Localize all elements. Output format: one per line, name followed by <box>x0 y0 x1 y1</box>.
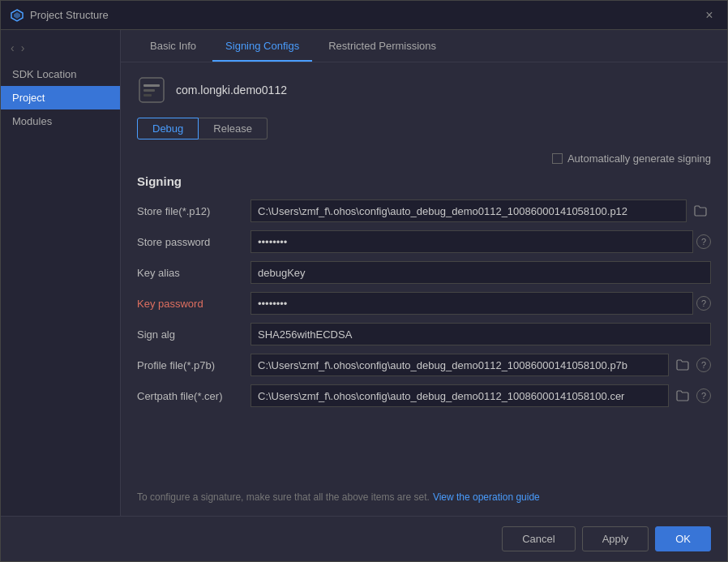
svg-rect-3 <box>143 84 160 87</box>
svg-rect-5 <box>143 94 152 97</box>
form-row-certpath-file: Certpath file(*.cer) ? <box>137 384 711 407</box>
certpath-file-folder-button[interactable] <box>672 385 693 406</box>
input-wrap-key-alias <box>251 261 711 284</box>
svg-rect-4 <box>143 89 155 92</box>
app-icon <box>11 9 24 22</box>
content-area: ‹ › SDK Location Project Modules Basic I… <box>1 30 727 516</box>
signing-configs-panel: com.longki.demo0112 Debug Release Automa <box>121 62 727 516</box>
sidebar-item-modules[interactable]: Modules <box>1 109 120 133</box>
main-tabs: Basic Info Signing Configs Restricted Pe… <box>121 30 727 62</box>
footer-note: To configure a signature, make sure that… <box>137 478 711 503</box>
label-profile-file: Profile file(*.p7b) <box>137 359 251 371</box>
project-structure-dialog: Project Structure × ‹ › SDK Location Pro… <box>0 0 728 562</box>
input-wrap-certpath-file: ? <box>251 384 711 407</box>
operation-guide-link[interactable]: View the operation guide <box>433 491 540 503</box>
certpath-file-help-icon[interactable]: ? <box>696 388 711 403</box>
certpath-file-input[interactable] <box>251 384 669 407</box>
auto-sign-checkbox[interactable] <box>552 153 563 164</box>
sub-tabs: Debug Release <box>137 118 711 139</box>
sidebar-nav: ‹ › <box>1 36 120 59</box>
auto-sign-row: Automatically generate signing <box>137 152 711 165</box>
label-key-password: Key password <box>137 298 251 310</box>
tab-restricted-permissions[interactable]: Restricted Permissions <box>315 30 449 62</box>
apply-button[interactable]: Apply <box>582 526 649 551</box>
form-row-profile-file: Profile file(*.p7b) ? <box>137 354 711 376</box>
label-sign-alg: Sign alg <box>137 328 251 341</box>
store-password-input[interactable] <box>251 230 693 253</box>
sub-tab-debug[interactable]: Debug <box>137 118 199 139</box>
input-wrap-store-password: ? <box>251 230 711 253</box>
tab-signing-configs[interactable]: Signing Configs <box>212 30 312 62</box>
label-key-alias: Key alias <box>137 267 251 279</box>
profile-file-folder-button[interactable] <box>672 354 693 375</box>
svg-marker-1 <box>14 12 20 19</box>
input-wrap-sign-alg <box>251 323 711 345</box>
auto-sign-checkbox-label[interactable]: Automatically generate signing <box>552 152 711 165</box>
main-panel: Basic Info Signing Configs Restricted Pe… <box>121 30 727 516</box>
key-password-help-icon[interactable]: ? <box>696 296 711 311</box>
sub-tab-release[interactable]: Release <box>199 118 268 139</box>
form-row-sign-alg: Sign alg <box>137 323 711 345</box>
form-row-key-alias: Key alias <box>137 261 711 284</box>
label-store-file: Store file(*.p12) <box>137 205 251 217</box>
form-row-key-password: Key password ? <box>137 292 711 315</box>
sidebar-item-project[interactable]: Project <box>1 86 120 109</box>
nav-back-button[interactable]: ‹ <box>7 40 18 56</box>
label-store-password: Store password <box>137 236 251 248</box>
profile-file-help-icon[interactable]: ? <box>696 358 711 372</box>
profile-file-input[interactable] <box>251 354 669 376</box>
title-bar-text: Project Structure <box>30 9 701 21</box>
project-name: com.longki.demo0112 <box>176 84 287 97</box>
cancel-button[interactable]: Cancel <box>502 526 575 551</box>
store-password-help-icon[interactable]: ? <box>696 234 711 249</box>
input-wrap-key-password: ? <box>251 292 711 315</box>
close-button[interactable]: × <box>701 7 717 24</box>
input-wrap-profile-file: ? <box>251 354 711 376</box>
ok-button[interactable]: OK <box>655 526 711 551</box>
nav-forward-button[interactable]: › <box>18 40 28 56</box>
store-file-input[interactable] <box>251 199 687 222</box>
sidebar: ‹ › SDK Location Project Modules <box>1 30 121 516</box>
form-row-store-file: Store file(*.p12) <box>137 199 711 222</box>
title-bar: Project Structure × <box>1 1 727 30</box>
form-row-store-password: Store password ? <box>137 230 711 253</box>
store-file-folder-button[interactable] <box>690 200 711 221</box>
sidebar-item-sdk-location[interactable]: SDK Location <box>1 62 120 86</box>
project-icon <box>137 75 166 105</box>
dialog-footer: Cancel Apply OK <box>1 516 727 561</box>
input-wrap-store-file <box>251 199 711 222</box>
sign-alg-input[interactable] <box>251 323 711 345</box>
tab-basic-info[interactable]: Basic Info <box>137 30 209 62</box>
key-alias-input[interactable] <box>251 261 711 284</box>
label-certpath-file: Certpath file(*.cer) <box>137 390 251 402</box>
key-password-input[interactable] <box>251 292 693 315</box>
project-header: com.longki.demo0112 <box>137 75 711 105</box>
signing-section-title: Signing <box>137 174 711 188</box>
